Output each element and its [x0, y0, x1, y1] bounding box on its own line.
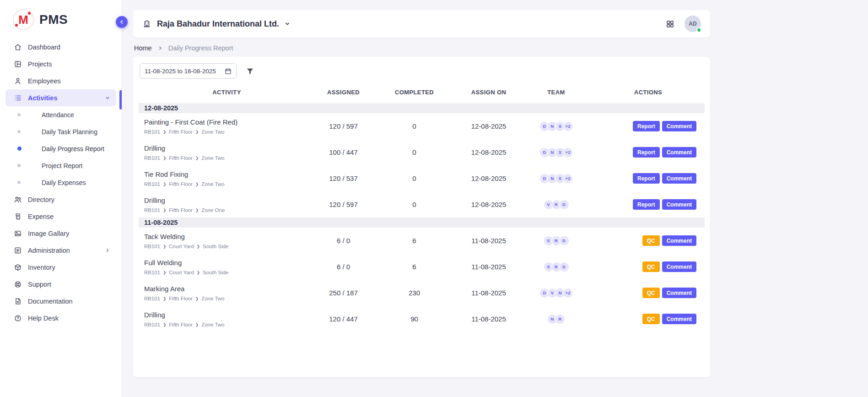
team-avatar[interactable]: R — [555, 314, 565, 324]
qc-button[interactable]: QC — [642, 235, 660, 246]
sidebar: M PMS Dashboard Projects Employees Activ… — [0, 0, 122, 397]
projects-icon — [14, 60, 22, 68]
sidebar-item-documentation[interactable]: Documentation — [5, 293, 116, 310]
logo: M PMS — [0, 0, 122, 38]
team-avatars: V R D — [521, 200, 592, 210]
sidebar-nav: Dashboard Projects Employees Activities … — [0, 38, 122, 326]
assign-on-value: 12-08-2025 — [457, 174, 521, 182]
team-extra-count[interactable]: +2 — [563, 174, 573, 184]
avatar[interactable]: AD — [685, 16, 701, 32]
sidebar-item-daily-task-planning[interactable]: Daily Task Planning — [5, 123, 116, 140]
chevron-right-icon: ❯ — [163, 270, 166, 275]
activity-name: Tack Welding — [144, 233, 315, 240]
sidebar-item-help-desk[interactable]: Help Desk — [5, 310, 116, 326]
sidebar-item-employees[interactable]: Employees — [5, 72, 116, 89]
column-header-completed: COMPLETED — [372, 89, 457, 96]
nav-label: Administration — [28, 247, 70, 254]
chevron-right-icon: ❯ — [195, 130, 199, 134]
activities-submenu: Attendance Daily Task Planning Daily Pro… — [5, 106, 116, 191]
team-extra-count[interactable]: +2 — [563, 147, 573, 158]
assign-on-value: 12-08-2025 — [457, 201, 521, 208]
sidebar-item-image-gallery[interactable]: Image Gallary — [5, 225, 116, 242]
assign-on-value: 11-08-2025 — [457, 289, 521, 297]
team-avatar[interactable]: D — [559, 236, 569, 246]
qc-button[interactable]: QC — [642, 314, 660, 324]
team-extra-count[interactable]: +2 — [563, 288, 573, 298]
nav-label: Employees — [28, 77, 61, 85]
comment-button[interactable]: Comment — [662, 314, 696, 324]
receipt-icon — [14, 212, 22, 221]
nav-label: Project Report — [42, 162, 82, 169]
table-row: Drilling RB101❯ Fifth Floor❯ Zone Two 12… — [139, 306, 705, 332]
report-button[interactable]: Report — [633, 147, 660, 158]
row-actions: QC Comment — [592, 261, 705, 272]
document-icon — [14, 297, 22, 305]
nav-label: Inventory — [28, 264, 55, 271]
report-button[interactable]: Report — [633, 173, 660, 184]
chevron-right-icon: ❯ — [195, 156, 199, 160]
chevron-down-icon[interactable] — [284, 20, 291, 27]
sidebar-item-administration[interactable]: Administration — [5, 242, 116, 259]
avatar-initials: AD — [689, 21, 696, 27]
team-avatar[interactable]: D — [559, 200, 569, 210]
comment-button[interactable]: Comment — [662, 261, 696, 272]
column-header-team: TEAM — [521, 89, 592, 96]
sidebar-item-project-report[interactable]: Project Report — [5, 157, 116, 174]
activity-name: Drilling — [144, 144, 315, 152]
sidebar-item-attendance[interactable]: Attendance — [5, 106, 116, 123]
comment-button[interactable]: Comment — [662, 121, 696, 131]
person-icon — [14, 77, 22, 85]
filter-icon[interactable] — [246, 67, 254, 76]
bullet-dot-icon — [17, 181, 21, 184]
apps-grid-icon[interactable] — [666, 20, 674, 28]
sidebar-item-activities[interactable]: Activities — [5, 89, 116, 106]
breadcrumb-home[interactable]: Home — [134, 44, 152, 52]
completed-value: 0 — [372, 148, 457, 156]
team-avatars: S R D — [521, 262, 592, 272]
team-avatar[interactable]: D — [559, 262, 569, 272]
sidebar-collapse-button[interactable] — [116, 16, 128, 28]
report-card: 11-08-2025 to 16-08-2025 ACTIVITY ASSIGN… — [133, 57, 710, 377]
row-actions: Report Comment — [592, 147, 705, 158]
report-button[interactable]: Report — [633, 121, 660, 131]
column-header-assign-on: ASSIGN ON — [457, 89, 521, 96]
qc-button[interactable]: QC — [642, 288, 660, 298]
chevron-right-icon: ❯ — [195, 182, 199, 186]
sidebar-item-directory[interactable]: Directory — [5, 191, 116, 208]
assign-on-value: 11-08-2025 — [457, 237, 521, 245]
row-actions: Report Comment — [592, 173, 705, 184]
bullet-dot-icon — [17, 164, 21, 167]
calendar-icon — [224, 67, 232, 75]
assigned-value: 120 / 597 — [315, 122, 372, 130]
sidebar-item-inventory[interactable]: Inventory — [5, 259, 116, 276]
team-extra-count[interactable]: +2 — [563, 121, 573, 131]
comment-button[interactable]: Comment — [662, 173, 696, 184]
active-nav-indicator — [119, 90, 122, 109]
comment-button[interactable]: Comment — [662, 235, 696, 246]
comment-button[interactable]: Comment — [662, 199, 696, 210]
date-range-input[interactable]: 11-08-2025 to 16-08-2025 — [140, 63, 237, 79]
row-actions: QC Comment — [592, 314, 705, 324]
comment-button[interactable]: Comment — [662, 288, 696, 298]
comment-button[interactable]: Comment — [662, 147, 696, 158]
sidebar-item-expense[interactable]: Expense — [5, 208, 116, 225]
table-row: Drilling RB101❯ Fifth Floor❯ Zone Two 10… — [139, 139, 705, 165]
chevron-right-icon: ❯ — [195, 322, 199, 327]
sidebar-item-daily-progress-report[interactable]: Daily Progress Report — [5, 140, 116, 157]
sidebar-item-support[interactable]: Support — [5, 276, 116, 293]
completed-value: 0 — [372, 174, 457, 182]
chevron-right-icon: ❯ — [163, 156, 166, 160]
report-button[interactable]: Report — [633, 199, 660, 210]
completed-value: 6 — [372, 237, 457, 245]
activity-path: RB101❯ Fifth Floor❯ Zone Two — [144, 129, 315, 135]
nav-label: Expense — [28, 213, 54, 220]
main-area: Raja Bahadur International Ltd. AD Home … — [122, 0, 868, 397]
team-avatars: D V N +2 — [521, 288, 592, 298]
row-actions: Report Comment — [592, 121, 705, 131]
qc-button[interactable]: QC — [642, 261, 660, 272]
assigned-value: 100 / 447 — [315, 148, 372, 156]
chevron-right-icon: ❯ — [163, 244, 166, 249]
sidebar-item-dashboard[interactable]: Dashboard — [5, 38, 116, 55]
sidebar-item-daily-expenses[interactable]: Daily Expenses — [5, 174, 116, 191]
sidebar-item-projects[interactable]: Projects — [5, 55, 116, 72]
